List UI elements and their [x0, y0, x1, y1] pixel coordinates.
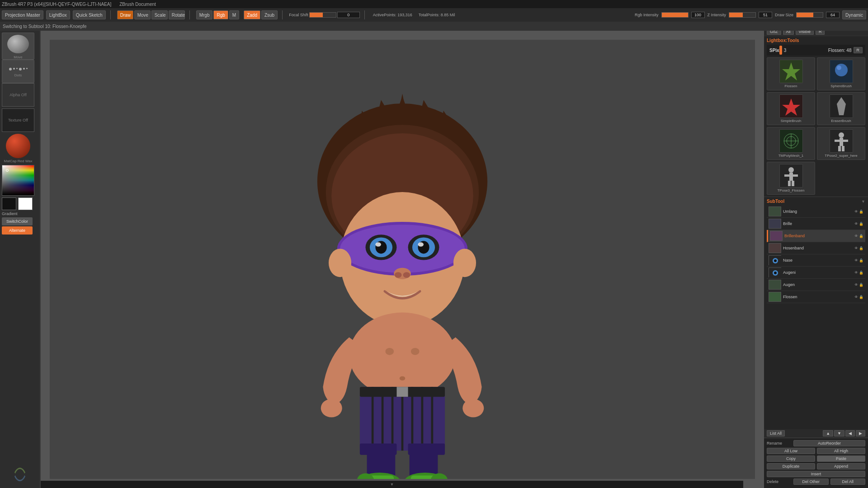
st-icons-flossen: 👁 🔒	[854, 295, 863, 299]
eye-icon-nase[interactable]: 👁	[854, 258, 858, 263]
autoreorder-button[interactable]: AutoReorder	[793, 440, 865, 446]
lock-icon-augen[interactable]: 🔒	[859, 283, 863, 287]
lightbox-button[interactable]: LightBox	[46, 10, 70, 19]
svg-point-17	[340, 225, 465, 273]
nase-eye-svg	[769, 256, 782, 266]
lb-tool-spherebrush[interactable]: SphereBrush	[817, 57, 865, 90]
st-item-hosenband[interactable]: Hosenband 👁 🔒	[767, 242, 865, 254]
paste-button[interactable]: Paste	[817, 455, 865, 462]
brush-preview-swatch[interactable]: Move	[2, 33, 34, 60]
lb-name-tmpolymesh: TMPolyMesh_1	[778, 154, 804, 158]
lock-icon-flossen[interactable]: 🔒	[859, 295, 863, 299]
st-item-brillenband[interactable]: Brillenband 👁 🔒	[767, 230, 865, 242]
canvas-inner[interactable]	[50, 40, 755, 479]
lock-icon-brillenband[interactable]: 🔒	[859, 234, 863, 238]
move-button[interactable]: Move	[134, 10, 151, 19]
st-thumb-brille	[769, 219, 781, 229]
rgb-intensity-value[interactable]: 100	[691, 12, 705, 18]
black-swatch[interactable]	[2, 197, 16, 210]
st-item-umlang[interactable]: Umlang 👁 🔒	[767, 206, 865, 218]
spix-row: SPix 3 Flossen: 48 R	[767, 45, 865, 56]
lb-thumb-spherebrush	[830, 60, 853, 83]
lb-tool-tpose3[interactable]: TPose3_Flossen	[767, 162, 815, 195]
focal-shift-value[interactable]: 0	[337, 12, 360, 18]
eye-icon-augen[interactable]: 👁	[854, 283, 858, 287]
spix-label: SPix	[769, 48, 779, 53]
arrow-left-button[interactable]: ◀	[845, 430, 855, 436]
eye-icon-brille[interactable]: 👁	[854, 222, 858, 226]
lock-icon-umlang[interactable]: 🔒	[859, 210, 863, 214]
alpha-swatch[interactable]: Alpha Off	[2, 83, 34, 107]
zadd-button[interactable]: Zadd	[244, 10, 260, 19]
lb-tool-tpose2[interactable]: TPose2_super_here	[817, 127, 865, 160]
all-low-button[interactable]: All Low	[767, 448, 815, 454]
draw-button[interactable]: Draw	[117, 10, 133, 19]
arrow-down-button[interactable]: ▼	[834, 430, 844, 436]
lb-tool-simplebrush[interactable]: SimpleBrush	[767, 92, 815, 125]
lb-thumb-flossen	[779, 60, 803, 83]
canvas-area[interactable]	[41, 31, 764, 488]
lock-icon-hosenband[interactable]: 🔒	[859, 246, 863, 250]
eye-icon-augeni[interactable]: 👁	[854, 271, 858, 275]
flossen-r-button[interactable]: R	[854, 47, 863, 53]
rgb-button[interactable]: Rgb	[213, 10, 228, 19]
lock-icon-nase[interactable]: 🔒	[859, 258, 863, 263]
lb-tool-eraserbrush[interactable]: EraserBrush	[817, 92, 865, 125]
switchcolor-button[interactable]: SwitchColor	[2, 217, 33, 225]
lock-icon-augeni[interactable]: 🔒	[859, 271, 863, 275]
texture-swatch[interactable]: Texture Off	[2, 108, 34, 132]
eye-icon-brillenband[interactable]: 👁	[854, 234, 858, 238]
draw-size-slider[interactable]	[796, 12, 823, 18]
z-intensity-value[interactable]: 51	[759, 12, 772, 18]
svg-point-35	[400, 376, 406, 380]
quick-sketch-button[interactable]: Quick Sketch	[73, 10, 106, 19]
copy-button[interactable]: Copy	[767, 455, 815, 462]
del-all-button[interactable]: Del All	[830, 479, 866, 485]
rgb-intensity-slider[interactable]	[661, 12, 689, 18]
material-sphere[interactable]	[6, 134, 30, 158]
lb-tool-tmpolymesh[interactable]: TMPolyMesh_1	[767, 127, 815, 160]
mrgb-button[interactable]: Mrgb	[196, 10, 213, 19]
del-other-button[interactable]: Del Other	[793, 479, 829, 485]
z-intensity-slider[interactable]	[729, 12, 756, 18]
dots-swatch[interactable]: Dots	[2, 60, 34, 83]
bottom-status: ▼	[390, 482, 394, 487]
st-item-augen[interactable]: Augen 👁 🔒	[767, 279, 865, 291]
st-item-flossen[interactable]: Flossen 👁 🔒	[767, 291, 865, 303]
subtool-header: SubTool ▼	[767, 199, 865, 204]
rotate-button[interactable]: Rotate	[169, 10, 185, 19]
arrow-right-button[interactable]: ▶	[856, 430, 865, 436]
lb-tool-flossen[interactable]: Flossen	[767, 57, 815, 90]
m-button[interactable]: M	[229, 10, 239, 19]
arrow-up-button[interactable]: ▲	[823, 430, 833, 436]
st-item-augeni[interactable]: Augeni 👁 🔒	[767, 267, 865, 279]
list-all-button[interactable]: List All	[767, 430, 785, 436]
draw-size-value[interactable]: 64	[826, 12, 840, 18]
color-picker[interactable]	[2, 165, 34, 196]
focal-shift-slider[interactable]	[309, 12, 336, 18]
st-item-brille[interactable]: Brille 👁 🔒	[767, 218, 865, 230]
st-icons-umlang: 👁 🔒	[854, 210, 863, 214]
divider2	[189, 10, 190, 19]
eye-icon-umlang[interactable]: 👁	[854, 210, 858, 214]
zsub-button[interactable]: Zsub	[261, 10, 278, 19]
st-item-nase[interactable]: Nase 👁 🔒	[767, 254, 865, 267]
dynamic-button[interactable]: Dynamic	[842, 10, 866, 19]
lb-name-flossen: Flossen	[784, 84, 797, 88]
eye-icon-flossen[interactable]: 👁	[854, 295, 858, 299]
scale-button[interactable]: Scale	[151, 10, 168, 19]
eye-icon-hosenband[interactable]: 👁	[854, 246, 858, 250]
menu-document[interactable]: ZBrush Document	[119, 2, 156, 7]
all-high-button[interactable]: All High	[817, 448, 865, 454]
white-swatch[interactable]	[18, 197, 33, 210]
alternate-button[interactable]: Alternate	[2, 226, 33, 235]
st-icons-brillenband: 👁 🔒	[854, 234, 863, 238]
duplicate-button[interactable]: Duplicate	[767, 463, 815, 469]
focal-group: Focal Shift 0	[289, 12, 360, 18]
insert-button[interactable]: Insert	[767, 471, 865, 477]
lock-icon-brille[interactable]: 🔒	[859, 222, 863, 226]
projection-master-button[interactable]: Projection Master	[2, 10, 43, 19]
dot1	[9, 68, 12, 70]
append-button[interactable]: Append	[817, 463, 865, 469]
z-intensity-label: Z Intensity	[708, 13, 726, 17]
